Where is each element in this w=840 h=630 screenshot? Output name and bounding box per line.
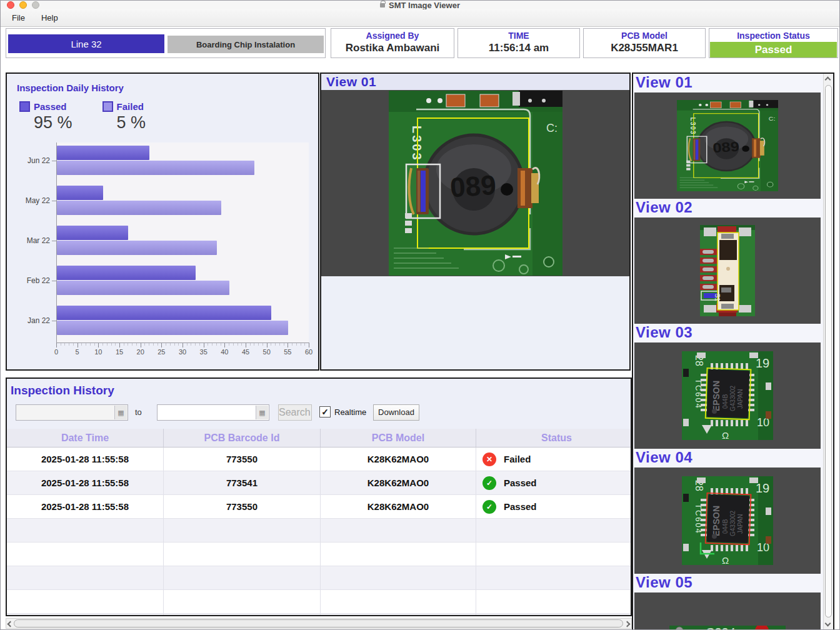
cell-status [476,542,631,566]
table-row[interactable] [7,566,631,590]
view-thumbnail-1[interactable]: C: L303 089 [634,92,821,199]
chart-category-label: May 22 [26,196,50,205]
svg-text:EPSON: EPSON [711,381,721,411]
chart-x-tick-label: 30 [179,348,186,356]
table-row[interactable]: 2025-01-28 11:55:58773550K28K62MAO0✓Pass… [7,495,631,519]
scroll-left-icon[interactable] [8,621,14,628]
horizontal-scrollbar[interactable] [6,618,632,629]
chart-x-tick [296,343,297,346]
status-text: Passed [504,501,537,512]
search-button[interactable]: Search [278,404,312,421]
assigned-by-value: Rostika Ambawani [331,42,454,54]
chart-x-tick [115,343,116,346]
chart-x-tick [166,343,166,346]
svg-text:G433002: G433002 [729,385,736,411]
chart-x-tick [78,343,78,348]
chart-x-tick [246,343,246,348]
menu-file[interactable]: File [12,13,25,22]
date-to-input[interactable]: ▦ [157,404,269,421]
chart-x-tick [161,343,162,348]
menu-help[interactable]: Help [41,13,58,22]
table-row[interactable] [7,614,631,616]
scroll-down-icon[interactable] [825,621,831,627]
chart-x-tick [69,343,69,346]
chart-x-tick [81,343,82,346]
svg-text:C:: C: [546,122,558,134]
svg-text:Ω: Ω [722,555,729,565]
date-from-input[interactable]: ▦ [16,404,128,421]
chart-x-tick [250,343,251,346]
passed-check-icon: ✓ [482,500,496,514]
table-row[interactable] [7,542,631,566]
inspection-history-panel: Inspection History ▦ to ▦ Search ✓ Realt… [6,378,632,616]
scroll-up-icon[interactable] [825,77,831,83]
view-label-4: View 04 [634,449,821,468]
daily-history-chart: Jun 22May 22Mar 22Feb 22Jan 220510152025… [56,142,309,342]
chart-x-tick-label: 10 [94,348,102,356]
view-thumbnail-5[interactable]: C334 [634,592,821,630]
chart-x-tick [170,343,171,346]
chart-x-tick [238,343,238,346]
cell-model [321,590,476,613]
chart-x-tick-label: 15 [116,348,123,356]
table-row[interactable]: 2025-01-28 11:55:58773550K28K62MAO0✕Fail… [7,448,631,471]
chart-x-tick [94,343,95,346]
chart-bar-failed-May22 [57,201,221,215]
col-barcode: PCB Barcode Id [164,429,321,447]
calendar-icon[interactable]: ▦ [114,406,127,419]
chart-x-tick [86,343,86,346]
svg-text:C:: C: [769,115,775,121]
realtime-checkbox[interactable]: ✓ [319,406,331,418]
view-thumbnail-4[interactable]: 28 TC604 19 10 EPSON 044B G433002 JAPAN … [634,468,821,574]
cell-date-time [7,614,164,616]
time-value: 11:56:14 am [458,42,579,54]
line-button[interactable]: Line 32 [8,34,164,53]
chart-x-tick [279,343,280,346]
app-window: SMT Image Viewer File Help Line 32 Board… [0,0,840,630]
table-row[interactable]: 2025-01-28 11:55:58773541K28K62MAO0✓Pass… [7,471,631,495]
cell-model [321,542,476,566]
station-button[interactable]: Boarding Chip Instalation [168,36,324,53]
cell-status [476,590,631,613]
chart-x-tick [212,343,212,346]
time-label: TIME [458,31,579,41]
chart-bar-failed-Feb22 [57,281,229,295]
chart-bar-passed-Feb22 [57,266,196,280]
calendar-icon[interactable]: ▦ [256,406,268,419]
chart-x-tick [241,343,242,346]
table-row[interactable] [7,519,631,542]
view-label-5: View 05 [634,574,821,592]
chart-x-tick [204,343,204,348]
horizontal-scrollbar-thumb[interactable] [14,619,623,628]
scroll-right-icon[interactable] [624,621,631,628]
assigned-by-box: Assigned By Rostika Ambawani [331,28,454,58]
main-view-image-area[interactable]: C: L303 089 [321,90,629,276]
sidebar-scrollbar[interactable] [823,74,832,629]
chart-x-tick-label: 20 [137,348,144,356]
chart-x-tick [271,343,271,346]
pcb-photo-inductor: C: L303 089 [389,91,562,276]
view-label-2: View 02 [634,199,821,218]
view-thumbnail-2[interactable]: 51 [634,218,821,324]
chart-x-tick [141,343,141,348]
chart-x-tick [301,343,301,346]
window-title-area: SMT Image Viewer [1,1,839,9]
cell-barcode [164,614,321,616]
history-table-body: 2025-01-28 11:55:58773550K28K62MAO0✕Fail… [7,448,631,616]
chart-x-tick [158,343,158,346]
chart-category-tick [52,241,56,241]
sidebar-scrollbar-thumb[interactable] [825,85,832,618]
chart-x-tick [199,343,200,346]
download-button[interactable]: Download [373,404,419,421]
cell-status: ✓Passed [476,495,631,518]
chart-bar-passed-Mar22 [57,226,128,240]
view-thumbnail-3[interactable]: 28 TC604 19 10 EPSON 044B G433002 JAPAN … [634,342,821,449]
chart-x-tick [254,343,254,346]
table-row[interactable] [7,590,631,614]
chart-x-tick [64,343,65,346]
chart-x-tick [149,343,149,346]
svg-text:19: 19 [756,356,769,370]
chart-x-tick-label: 5 [76,348,79,356]
title-bar: SMT Image Viewer [1,1,839,9]
chart-x-tick [182,343,183,348]
